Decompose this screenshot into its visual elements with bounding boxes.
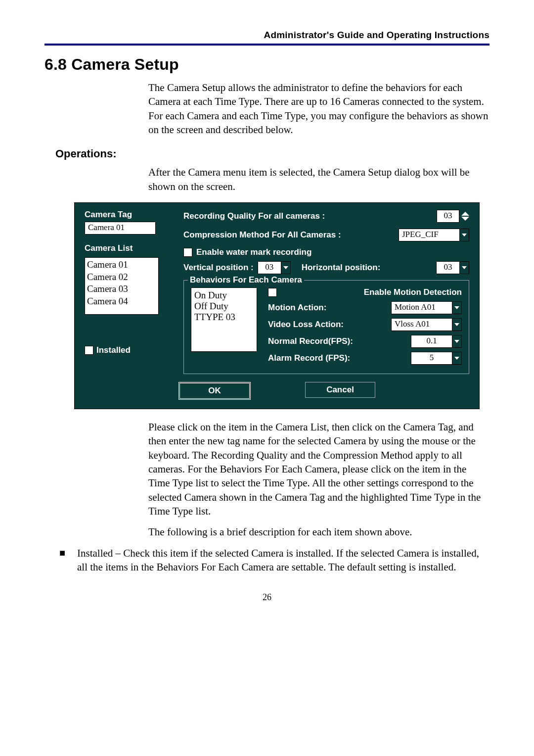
camera-list-label: Camera List — [85, 243, 174, 253]
chevron-down-icon — [454, 340, 459, 343]
following-line: The following is a brief description for… — [148, 525, 490, 539]
chevron-down-icon — [461, 217, 469, 221]
dropdown-button[interactable] — [452, 335, 462, 348]
vertical-position-label: Vertical position : — [183, 263, 254, 273]
bullet-text: Installed – Check this item if the selec… — [77, 546, 490, 574]
chevron-down-icon — [462, 266, 467, 269]
recording-quality-stepper[interactable] — [461, 212, 469, 221]
watermark-label: Enable water mark recording — [196, 247, 312, 257]
ok-button[interactable]: OK — [178, 382, 251, 400]
list-item[interactable]: Camera 01 — [87, 259, 156, 271]
video-loss-select[interactable]: Vloss A01 — [391, 318, 452, 331]
chevron-down-icon — [454, 306, 459, 309]
list-item[interactable]: On Duty — [194, 290, 254, 301]
motion-detection-checkbox[interactable] — [268, 288, 277, 297]
intro-paragraph: The Camera Setup allows the administrato… — [148, 81, 490, 137]
recording-quality-label: Recording Quality For all cameras : — [183, 211, 325, 221]
list-item[interactable]: Off Duty — [194, 301, 254, 312]
dropdown-button[interactable] — [460, 261, 469, 274]
running-header: Administrator's Guide and Operating Inst… — [44, 30, 490, 41]
chevron-down-icon — [454, 357, 459, 360]
installed-label: Installed — [96, 345, 131, 355]
chevron-up-icon — [461, 212, 469, 216]
time-type-list[interactable]: On Duty Off Duty TTYPE 03 — [191, 287, 257, 352]
horizontal-position-label: Horizontal position: — [302, 263, 381, 273]
camera-setup-dialog: Camera Tag Camera 01 Camera List Camera … — [74, 202, 480, 409]
compression-method-label: Compression Method For All Cameras : — [183, 230, 341, 240]
horizontal-position-select[interactable]: 03 — [436, 261, 460, 274]
motion-action-select[interactable]: Motion A01 — [391, 301, 452, 314]
list-item[interactable]: TTYPE 03 — [194, 312, 254, 323]
bullet-icon: ■ — [59, 546, 68, 574]
recording-quality-value[interactable]: 03 — [437, 210, 459, 223]
vertical-position-select[interactable]: 03 — [258, 261, 281, 274]
header-rule — [44, 44, 490, 46]
normal-record-label: Normal Record(FPS): — [268, 336, 353, 346]
section-title: 6.8 Camera Setup — [44, 55, 490, 74]
video-loss-label: Video Loss Action: — [268, 320, 344, 330]
list-item[interactable]: Camera 03 — [87, 283, 156, 295]
chevron-down-icon — [283, 266, 288, 269]
motion-action-label: Motion Action: — [268, 303, 326, 313]
page-number: 26 — [44, 592, 490, 603]
chevron-down-icon — [462, 234, 467, 236]
normal-record-select[interactable]: 0.1 — [411, 335, 452, 348]
list-item[interactable]: Camera 04 — [87, 295, 156, 308]
behaviors-groupbox: Behaviors For Each Camera On Duty Off Du… — [183, 280, 469, 374]
alarm-record-label: Alarm Record (FPS): — [268, 353, 350, 363]
post-dialog-paragraph: Please click on the item in the Camera L… — [148, 420, 490, 518]
dropdown-button[interactable] — [452, 301, 462, 314]
installed-checkbox[interactable] — [85, 346, 93, 355]
camera-tag-input[interactable]: Camera 01 — [85, 222, 156, 235]
alarm-record-select[interactable]: 5 — [411, 352, 452, 365]
list-item[interactable]: Camera 02 — [87, 271, 156, 284]
camera-list[interactable]: Camera 01 Camera 02 Camera 03 Camera 04 — [85, 257, 159, 315]
dropdown-button[interactable] — [281, 261, 291, 274]
operations-heading: Operations: — [55, 147, 490, 160]
compression-method-select[interactable]: JPEG_CIF — [399, 229, 460, 241]
cancel-button[interactable]: Cancel — [305, 382, 375, 398]
dropdown-button[interactable] — [452, 352, 462, 365]
chevron-down-icon — [454, 323, 459, 326]
operations-paragraph: After the Camera menu item is selected, … — [148, 165, 490, 193]
behaviors-legend: Behaviors For Each Camera — [188, 275, 304, 285]
camera-tag-label: Camera Tag — [85, 210, 174, 220]
dropdown-button[interactable] — [452, 318, 462, 331]
watermark-checkbox[interactable] — [183, 248, 192, 257]
motion-detection-label: Enable Motion Detection — [364, 287, 462, 297]
dropdown-button[interactable] — [460, 229, 469, 241]
